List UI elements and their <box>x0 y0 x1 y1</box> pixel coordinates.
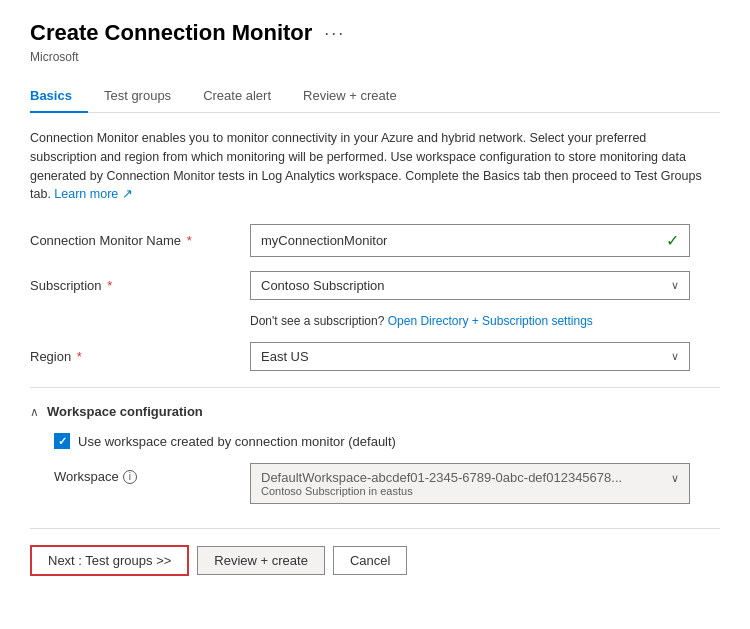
subscription-hint: Don't see a subscription? Open Directory… <box>250 314 720 328</box>
cancel-button[interactable]: Cancel <box>333 546 407 575</box>
workspace-chevron-down-icon: ∨ <box>671 470 679 485</box>
monitor-name-label: Connection Monitor Name * <box>30 233 250 248</box>
footer-divider <box>30 528 720 529</box>
subscription-row: Subscription * Contoso Subscription ∨ <box>30 271 720 300</box>
subscription-label: Subscription * <box>30 278 250 293</box>
subscription-value: Contoso Subscription <box>261 278 385 293</box>
region-dropdown[interactable]: East US ∨ <box>250 342 690 371</box>
tab-create-alert[interactable]: Create alert <box>187 80 287 113</box>
workspace-sub-text: Contoso Subscription in eastus <box>261 485 671 497</box>
tab-basics[interactable]: Basics <box>30 80 88 113</box>
workspace-checkbox-row: ✓ Use workspace created by connection mo… <box>54 433 720 449</box>
check-valid-icon: ✓ <box>666 231 679 250</box>
region-control: East US ∨ <box>250 342 690 371</box>
workspace-dropdown-content: DefaultWorkspace-abcdef01-2345-6789-0abc… <box>261 470 671 497</box>
page-title: Create Connection Monitor <box>30 20 312 46</box>
monitor-name-dropdown[interactable]: myConnectionMonitor ✓ <box>250 224 690 257</box>
tab-bar: Basics Test groups Create alert Review +… <box>30 80 720 113</box>
basics-form: Connection Monitor Name * myConnectionMo… <box>30 224 720 504</box>
workspace-field-label: Workspace i <box>54 463 250 484</box>
region-chevron-icon: ∨ <box>671 350 679 363</box>
tab-test-groups[interactable]: Test groups <box>88 80 187 113</box>
subscription-control: Contoso Subscription ∨ <box>250 271 690 300</box>
workspace-dropdown[interactable]: DefaultWorkspace-abcdef01-2345-6789-0abc… <box>250 463 690 504</box>
workspace-section-title: Workspace configuration <box>47 404 203 419</box>
monitor-name-control: myConnectionMonitor ✓ <box>250 224 690 257</box>
workspace-label-text: Workspace <box>54 469 119 484</box>
region-label: Region * <box>30 349 250 364</box>
workspace-checkbox-label: Use workspace created by connection moni… <box>78 434 396 449</box>
review-create-button[interactable]: Review + create <box>197 546 325 575</box>
workspace-main-text: DefaultWorkspace-abcdef01-2345-6789-0abc… <box>261 470 671 485</box>
workspace-chevron-icon: ∧ <box>30 405 39 419</box>
check-icon: ✓ <box>58 435 67 448</box>
monitor-name-value: myConnectionMonitor <box>261 233 387 248</box>
region-value: East US <box>261 349 309 364</box>
required-indicator-3: * <box>77 349 82 364</box>
learn-more-link[interactable]: Learn more ↗ <box>54 187 132 201</box>
description-text: Connection Monitor enables you to monito… <box>30 129 710 204</box>
required-indicator-2: * <box>107 278 112 293</box>
workspace-header[interactable]: ∧ Workspace configuration <box>30 404 720 419</box>
workspace-section: ∧ Workspace configuration ✓ Use workspac… <box>30 404 720 504</box>
monitor-name-row: Connection Monitor Name * myConnectionMo… <box>30 224 720 257</box>
subscription-dropdown[interactable]: Contoso Subscription ∨ <box>250 271 690 300</box>
page-subtitle: Microsoft <box>30 50 720 64</box>
open-directory-link[interactable]: Open Directory + Subscription settings <box>388 314 593 328</box>
ellipsis-menu-button[interactable]: ··· <box>324 23 345 44</box>
required-indicator: * <box>187 233 192 248</box>
subscription-chevron-icon: ∨ <box>671 279 679 292</box>
form-divider <box>30 387 720 388</box>
workspace-info-icon[interactable]: i <box>123 470 137 484</box>
region-row: Region * East US ∨ <box>30 342 720 371</box>
workspace-checkbox[interactable]: ✓ <box>54 433 70 449</box>
footer-buttons: Next : Test groups >> Review + create Ca… <box>30 545 720 576</box>
workspace-field-row: Workspace i DefaultWorkspace-abcdef01-23… <box>54 463 720 504</box>
next-button[interactable]: Next : Test groups >> <box>30 545 189 576</box>
tab-review-create[interactable]: Review + create <box>287 80 413 113</box>
